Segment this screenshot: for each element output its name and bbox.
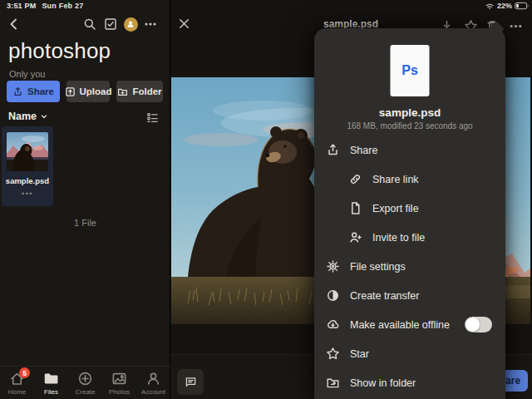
menu-item-label: Invite to file (372, 232, 425, 244)
menu-item-label: Share link (372, 174, 419, 185)
search-icon (83, 17, 96, 31)
library-pane: 3:51 PM Sun Feb 27 (0, 0, 170, 399)
more-button-sidebar[interactable] (141, 15, 160, 33)
tab-create-label: Create (75, 388, 95, 396)
select-button[interactable] (101, 15, 120, 33)
date-text: Sun Feb 27 (42, 2, 83, 10)
file-menu-popover: Ps sample.psd 168 MB, modified 23 second… (314, 28, 505, 399)
upload-label: Upload (80, 86, 112, 96)
sort-label: Name (8, 111, 37, 122)
file-thumbnail[interactable] (7, 132, 48, 171)
comment-button[interactable] (177, 369, 204, 395)
menu-item-share-link[interactable]: Share link (314, 165, 505, 194)
toggle-knob (466, 318, 480, 332)
menu-item-invite-to-file[interactable]: Invite to file (314, 223, 505, 252)
menu-item-label: Make available offline (350, 319, 450, 331)
menu-item-show-in-folder[interactable]: Show in folder (314, 368, 505, 397)
ps-label: Ps (401, 63, 418, 78)
menu-item-file-settings[interactable]: File settings (314, 252, 505, 281)
ps-file-badge: Ps (391, 45, 430, 96)
menu-item-make-available-offline[interactable]: Make available offline (314, 310, 505, 339)
app-screen: 3:51 PM Sun Feb 27 (0, 0, 532, 399)
tab-photos[interactable]: Photos (102, 367, 136, 399)
photos-icon (111, 371, 127, 387)
share-icon (326, 143, 340, 157)
file-name: sample.psd (2, 176, 53, 185)
tab-home[interactable]: Home 5 (0, 367, 34, 399)
tab-account-label: Account (141, 388, 165, 396)
notification-badge: 5 (19, 367, 30, 378)
menu-item-label: Share (350, 145, 377, 156)
file-more-button[interactable]: ••• (2, 190, 53, 198)
menu-file-name: sample.psd (314, 106, 505, 119)
person-icon (145, 371, 161, 387)
upload-button[interactable]: Upload (66, 81, 110, 102)
share-folder-label: Share (27, 86, 54, 96)
comment-icon (185, 376, 197, 388)
show-in-folder-icon (326, 376, 340, 390)
menu-item-share[interactable]: Share (314, 135, 505, 165)
menu-item-label: Show in folder (350, 377, 416, 389)
folder-add-icon (117, 86, 128, 97)
sort-by-name[interactable]: Name (8, 111, 49, 122)
avatar-gold-icon (124, 17, 138, 32)
folder-access-label: Only you (9, 69, 45, 79)
menu-item-label: Export file (372, 203, 419, 214)
folder-title: photoshop (8, 38, 111, 64)
more-button-preview[interactable] (509, 19, 523, 33)
menu-file-meta: 168 MB, modified 23 seconds ago (314, 121, 505, 131)
tab-bar: Home 5 Files Create Photos (0, 366, 170, 399)
share-folder-button[interactable]: Share (7, 81, 60, 102)
menu-item-create-transfer[interactable]: Create transfer (314, 281, 505, 310)
menu-item-label: Star (350, 348, 369, 360)
offline-toggle[interactable] (465, 317, 492, 332)
tab-home-label: Home (8, 388, 26, 396)
back-button[interactable] (5, 15, 23, 33)
person-add-icon (348, 230, 362, 244)
document-icon (348, 201, 362, 215)
close-button[interactable] (178, 17, 193, 32)
gear-icon (326, 259, 340, 273)
upload-icon (65, 86, 76, 97)
chevron-left-icon (7, 17, 21, 31)
menu-item-star[interactable]: Star (314, 339, 505, 368)
folder-icon (43, 371, 59, 387)
new-folder-button[interactable]: Folder (116, 81, 163, 102)
ellipsis-icon (144, 17, 157, 31)
offline-cloud-icon (326, 318, 340, 332)
tab-files-label: Files (44, 388, 58, 396)
clock-text: 3:51 PM (7, 2, 36, 10)
menu-item-export-file[interactable]: Export file (314, 194, 505, 223)
file-count-label: 1 File (0, 218, 170, 228)
menu-items: Share Share link Export file Invite to f… (314, 135, 505, 397)
tab-create[interactable]: Create (68, 367, 102, 399)
folder-label: Folder (132, 86, 161, 96)
account-status-button[interactable] (121, 15, 140, 33)
share-icon (12, 86, 23, 97)
menu-item-label: Create transfer (350, 290, 419, 302)
view-toggle-button[interactable] (146, 111, 159, 124)
tab-account[interactable]: Account (136, 367, 170, 399)
menu-item-label: File settings (350, 261, 406, 273)
search-button[interactable] (81, 15, 99, 33)
star-icon (326, 347, 340, 361)
chevron-down-icon (39, 111, 49, 121)
link-icon (348, 172, 362, 186)
tab-files[interactable]: Files (34, 367, 68, 399)
list-view-icon (146, 111, 159, 124)
file-card[interactable]: sample.psd ••• (2, 126, 53, 206)
checkbox-icon (104, 17, 117, 31)
plus-circle-icon (77, 371, 93, 387)
tab-photos-label: Photos (109, 388, 130, 396)
transfer-icon (326, 288, 340, 303)
status-time: 3:51 PM Sun Feb 27 (7, 2, 83, 10)
